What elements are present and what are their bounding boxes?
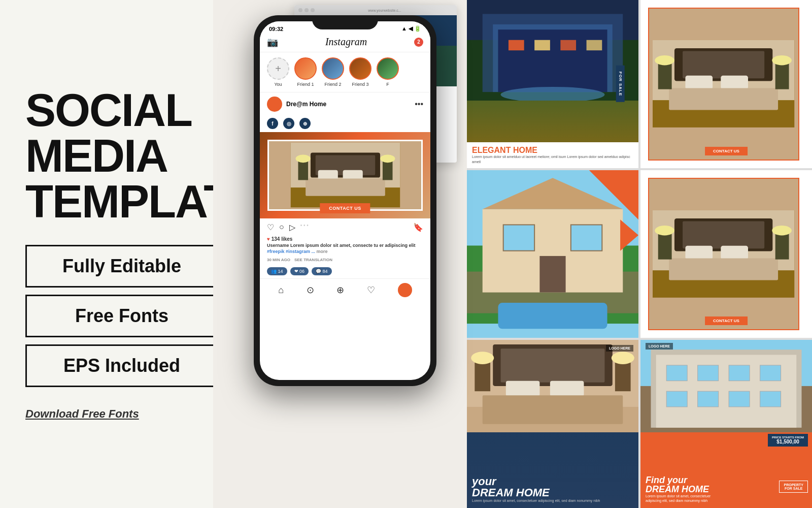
card-1-overlay: ELEGANT HOME Lorem ipsum dolor sit ametd… (467, 142, 638, 168)
web-dot-3 (311, 8, 315, 12)
card-1-text: Lorem ipsum dolor sit ametduo ut laoreet… (472, 154, 633, 164)
svg-rect-50 (571, 225, 602, 250)
svg-point-76 (612, 352, 634, 365)
svg-rect-62 (658, 232, 672, 260)
contact-us-button[interactable]: CONTACT US (320, 203, 370, 213)
save-icon[interactable]: 🔖 (413, 223, 423, 232)
svg-rect-75 (615, 360, 631, 391)
svg-point-20 (295, 155, 310, 163)
phone-screen: 09:32 ▲ ◀ 🔋 📷 Instagram 2 + You (260, 21, 430, 380)
post-username: Dre@m Home (286, 101, 411, 108)
svg-point-43 (772, 55, 792, 65)
card-6-logo: LOGO HERE (646, 343, 673, 350)
card-5-image (467, 340, 638, 432)
card-outdoor-home (467, 170, 638, 338)
time: 09:32 (269, 26, 283, 32)
svg-rect-21 (382, 161, 392, 180)
svg-rect-49 (503, 225, 534, 250)
svg-point-74 (471, 352, 494, 365)
svg-rect-31 (587, 40, 602, 50)
svg-rect-73 (475, 360, 490, 391)
svg-point-65 (772, 226, 792, 235)
card-2-contact-btn[interactable]: CONTACT US (705, 147, 748, 155)
stories-row: + You Friend 1 Friend 2 Friend 3 (260, 52, 430, 92)
story-item-3: Friend 3 (349, 57, 371, 87)
notification-badge: 2 (414, 38, 423, 47)
post-translation: 30 MIN AGO SEE TRANSLATION (260, 257, 430, 265)
find-sub: Lorem ipsum dolor sit amet, consectetuer… (646, 494, 717, 503)
search-nav-icon[interactable]: ⊙ (307, 284, 314, 296)
facebook-icon: f (267, 118, 278, 129)
post-image: CONTACT US (260, 132, 430, 218)
profile-nav-avatar[interactable] (398, 283, 412, 297)
post-likes: ♥ 134 likes (260, 236, 430, 242)
heart-nav-icon[interactable]: ♡ (367, 284, 375, 296)
svg-rect-36 (683, 51, 764, 79)
instagram-logo: Instagram (325, 36, 367, 48)
story-item-1: Friend 1 (294, 57, 317, 87)
card-2-bedroom-image (648, 8, 799, 161)
cards-grid: ELEGANT HOME Lorem ipsum dolor sit ametd… (467, 0, 812, 508)
caption-username: Username (267, 243, 289, 248)
instagram-header: 📷 Instagram 2 (260, 34, 430, 52)
svg-rect-70 (506, 381, 540, 397)
like-icon[interactable]: ♡ (267, 223, 274, 232)
main-title: SOCIAL MEDIA TEMPLATE (25, 87, 218, 225)
card-5-logo: LOGO HERE (606, 345, 633, 352)
card-elegant-home: ELEGANT HOME Lorem ipsum dolor sit ametd… (467, 0, 638, 168)
svg-rect-39 (669, 88, 779, 110)
feature-boxes: Fully Editable Free Fonts EPS Included (25, 245, 218, 387)
svg-rect-40 (658, 62, 672, 89)
phone-outer: 09:32 ▲ ◀ 🔋 📷 Instagram 2 + You (254, 15, 436, 386)
web-dot-2 (304, 8, 309, 12)
card-dream-home-dark: LOGO HERE your DREAM HOME Lorem ipsum do… (467, 340, 638, 508)
comment-icon[interactable]: ○ (279, 223, 284, 232)
post-caption: Username Lorem ipsum dolor sit amet, con… (260, 242, 430, 257)
web-dot-1 (298, 8, 302, 12)
post-social-icons: f ◎ ⊕ (260, 116, 430, 132)
svg-rect-17 (343, 170, 362, 180)
add-nav-icon[interactable]: ⊕ (336, 284, 344, 296)
card2-bedroom-svg (653, 12, 794, 155)
card-4-contact-btn[interactable]: CONTACT US (705, 316, 748, 325)
svg-rect-58 (683, 221, 764, 249)
svg-rect-71 (550, 381, 584, 397)
svg-rect-28 (509, 40, 524, 50)
svg-rect-84 (760, 365, 781, 381)
story-avatar-you: + (267, 57, 289, 80)
post-header: Dre@m Home ••• (260, 92, 430, 116)
svg-rect-81 (666, 365, 687, 381)
post-actions: ♡ ○ ▷ • • • 🔖 (260, 218, 430, 236)
svg-rect-69 (501, 349, 605, 383)
home-nav-icon[interactable]: ⌂ (278, 285, 284, 296)
likes-pill: ❤ 06 (290, 267, 309, 275)
instagram-nav: ⌂ ⊙ ⊕ ♡ (260, 278, 430, 301)
card-bedroom-top-right: f ◎ ⊕ CONTACT US (640, 0, 812, 168)
see-translation[interactable]: SEE TRANSLATION (294, 258, 332, 262)
post-more-dots: ••• (415, 100, 423, 109)
story-item-4: F (377, 57, 399, 87)
card-5-text-area: your DREAM HOME Lorem ipsum dolor sit am… (472, 476, 633, 503)
find-home-text: Find your DREAM HOME Lorem ipsum dolor s… (646, 475, 717, 503)
phone-container: 09:32 ▲ ◀ 🔋 📷 Instagram 2 + You (254, 15, 436, 391)
dots-icon: • • • (300, 223, 309, 232)
svg-point-41 (655, 55, 675, 65)
followers-pill: 👥 14 (267, 267, 287, 275)
web-url: www.yourwebsite.c... (317, 9, 453, 12)
svg-rect-88 (760, 392, 781, 407)
card-5-subtitle: Lorem ipsum dolor sit amet, consectetuer… (472, 498, 633, 503)
web-card-bar: www.yourwebsite.c... (294, 5, 457, 15)
story-label-2: Friend 2 (324, 82, 341, 87)
card-6-image (640, 340, 812, 432)
card-1-image (467, 0, 638, 101)
story-item-you: + You (267, 57, 289, 87)
story-avatar-3 (349, 57, 371, 80)
card-4-bedroom-image (648, 178, 799, 331)
svg-rect-85 (666, 392, 687, 407)
download-link[interactable]: Download Free Fonts (25, 407, 218, 421)
price-badge: PRICE STARTS FROM $1,500,00 (768, 434, 808, 447)
share-icon[interactable]: ▷ (289, 223, 295, 232)
svg-point-22 (380, 155, 395, 163)
feature-box-1: Fully Editable (25, 245, 218, 288)
bedroom-illustration (273, 143, 418, 207)
